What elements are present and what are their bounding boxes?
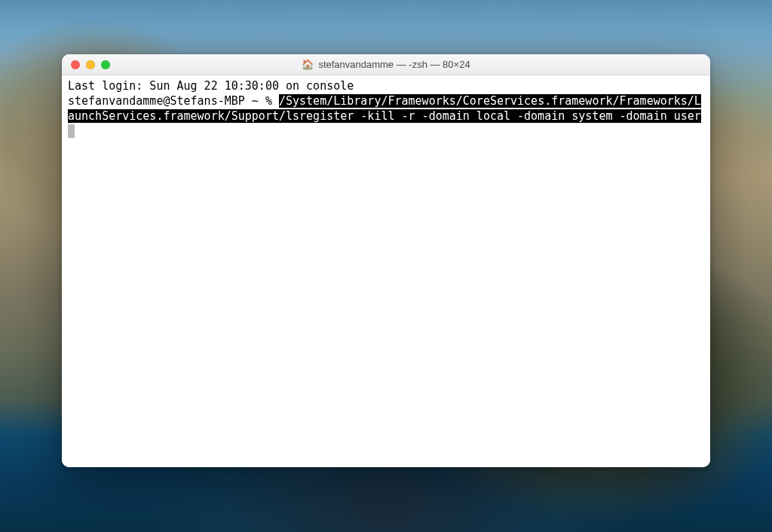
text-cursor	[68, 124, 75, 138]
traffic-lights	[62, 60, 110, 69]
window-titlebar[interactable]: 🏠 stefanvandamme — -zsh — 80×24	[62, 54, 710, 75]
shell-prompt: stefanvandamme@Stefans-MBP ~ %	[68, 94, 279, 108]
window-title-text: stefanvandamme — -zsh — 80×24	[318, 59, 470, 70]
last-login-line: Last login: Sun Aug 22 10:30:00 on conso…	[68, 79, 354, 93]
minimize-button[interactable]	[86, 60, 95, 69]
terminal-content[interactable]: Last login: Sun Aug 22 10:30:00 on conso…	[62, 75, 710, 467]
window-title: 🏠 stefanvandamme — -zsh — 80×24	[62, 59, 710, 70]
zoom-button[interactable]	[101, 60, 110, 69]
terminal-window: 🏠 stefanvandamme — -zsh — 80×24 Last log…	[62, 54, 710, 467]
home-icon: 🏠	[302, 60, 314, 69]
close-button[interactable]	[71, 60, 80, 69]
